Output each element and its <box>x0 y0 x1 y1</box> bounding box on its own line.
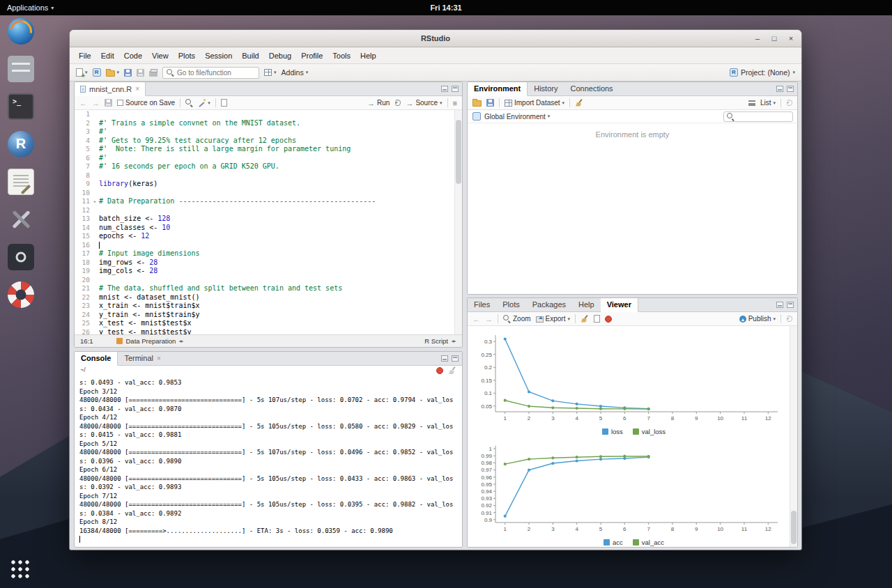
code-line-1[interactable]: 1 <box>75 110 462 119</box>
maximize-pane-icon[interactable] <box>452 355 459 362</box>
goto-file-search[interactable] <box>162 67 259 79</box>
section-navigator[interactable]: Data Preparation <box>116 337 185 345</box>
code-line-7[interactable]: 7#' 16 seconds per epoch on a GRID K520 … <box>75 162 462 171</box>
refresh-icon[interactable] <box>786 316 792 322</box>
gedit-icon[interactable] <box>8 169 34 195</box>
tab-history[interactable]: History <box>528 82 564 95</box>
menu-session[interactable]: Session <box>200 49 237 62</box>
project-selector[interactable]: R Project: (None) ▾ <box>730 68 795 77</box>
refresh-icon[interactable] <box>786 100 792 106</box>
tab-environment[interactable]: Environment <box>468 82 528 96</box>
code-line-3[interactable]: 3#' <box>75 127 462 137</box>
firefox-icon[interactable] <box>8 18 34 45</box>
source-on-save-checkbox[interactable]: Source on Save <box>117 99 175 107</box>
minimize-button[interactable]: – <box>753 34 762 42</box>
stop-icon[interactable] <box>436 367 443 374</box>
new-project-button[interactable]: R <box>93 68 101 77</box>
code-line-24[interactable]: 24y_train <- mnist$train$y <box>75 311 462 320</box>
maximize-button[interactable]: □ <box>769 34 779 42</box>
menu-file[interactable]: File <box>74 49 96 62</box>
help-icon[interactable] <box>8 281 34 308</box>
terminal-icon[interactable] <box>8 93 34 120</box>
tab-connections[interactable]: Connections <box>564 82 619 95</box>
save-workspace-icon[interactable] <box>486 99 494 107</box>
screenshot-icon[interactable] <box>8 244 34 270</box>
compile-report-icon[interactable] <box>221 99 227 107</box>
save-all-icon[interactable] <box>137 69 144 77</box>
goto-file-input[interactable] <box>177 69 255 77</box>
view-in-new-window-icon[interactable] <box>594 315 600 323</box>
working-directory[interactable]: ~/ <box>80 366 86 373</box>
tab-terminal[interactable]: Terminal× <box>118 352 167 365</box>
menu-code[interactable]: Code <box>119 49 147 62</box>
show-apps-button[interactable] <box>10 559 31 580</box>
code-line-12[interactable]: 12 <box>75 206 462 215</box>
environment-search-input[interactable] <box>734 114 790 121</box>
outline-icon[interactable]: ≡ <box>453 99 457 107</box>
menu-profile[interactable]: Profile <box>296 49 328 62</box>
load-workspace-icon[interactable] <box>472 100 482 107</box>
save-icon[interactable] <box>105 99 112 107</box>
code-line-14[interactable]: 14num_classes <- 10 <box>75 224 462 233</box>
code-line-2[interactable]: 2#' Trains a simple convnet on the MNIST… <box>75 119 462 128</box>
back-icon[interactable]: ← <box>79 99 87 107</box>
code-line-13[interactable]: 13batch_size <- 128 <box>75 215 462 224</box>
code-line-25[interactable]: 25x_test <- mnist$test$x <box>75 319 462 328</box>
list-view-dropdown[interactable]: List▾ <box>760 99 776 107</box>
code-line-17[interactable]: 17# Input image dimensions <box>75 249 462 258</box>
code-line-6[interactable]: 6#' <box>75 154 462 163</box>
menu-build[interactable]: Build <box>237 49 263 62</box>
files-icon[interactable] <box>8 56 34 82</box>
code-line-16[interactable]: 16 <box>75 241 462 250</box>
tab-files[interactable]: Files <box>468 298 496 311</box>
editor-code-area[interactable]: 12#' Trains a simple convnet on the MNIS… <box>75 110 462 334</box>
stop-icon[interactable] <box>605 316 612 323</box>
minimize-pane-icon[interactable] <box>441 355 448 362</box>
tab-viewer[interactable]: Viewer <box>601 298 638 312</box>
tools-icon[interactable] <box>8 206 34 233</box>
clear-console-icon[interactable] <box>448 366 456 375</box>
code-line-8[interactable]: 8 <box>75 171 462 180</box>
code-line-11[interactable]: 11▾# Data Preparation ------------------… <box>75 197 462 206</box>
clock[interactable]: Fri 14:31 <box>430 3 461 12</box>
menu-help[interactable]: Help <box>355 49 381 62</box>
open-file-button[interactable]: ▾ <box>106 69 120 77</box>
code-line-26[interactable]: 26y_test <- mnist$test$y <box>75 328 462 335</box>
maximize-pane-icon[interactable] <box>787 86 794 92</box>
menu-plots[interactable]: Plots <box>174 49 200 62</box>
rstudio-icon[interactable] <box>8 131 34 157</box>
forward-icon[interactable]: → <box>485 315 493 323</box>
scope-selector[interactable]: Global Environment▾ <box>484 113 550 121</box>
code-line-4[interactable]: 4#' Gets to 99.25% test accuracy after 1… <box>75 137 462 146</box>
minimize-pane-icon[interactable] <box>776 86 783 92</box>
tab-console[interactable]: Console <box>75 352 118 366</box>
code-line-19[interactable]: 19img_cols <- 28 <box>75 267 462 276</box>
menu-debug[interactable]: Debug <box>264 49 296 62</box>
tab-packages[interactable]: Packages <box>526 298 572 311</box>
close-tab-icon[interactable]: × <box>135 85 139 93</box>
back-icon[interactable]: ← <box>472 315 480 323</box>
import-dataset-button[interactable]: Import Dataset ▾ <box>505 99 564 107</box>
tab-help[interactable]: Help <box>572 298 601 311</box>
viewer-scrollbar[interactable] <box>790 326 797 547</box>
code-line-21[interactable]: 21# The data, shuffled and split between… <box>75 284 462 293</box>
source-button[interactable]: → Source ▾ <box>406 99 442 107</box>
code-line-15[interactable]: 15epochs <- 12 <box>75 232 462 241</box>
menu-edit[interactable]: Edit <box>96 49 119 62</box>
code-line-10[interactable]: 10 <box>75 189 462 198</box>
clear-viewer-icon[interactable] <box>580 315 589 323</box>
code-tools-dropdown[interactable]: ▾ <box>198 99 210 107</box>
code-line-18[interactable]: 18img_rows <- 28 <box>75 258 462 268</box>
applications-menu[interactable]: Applications ▾ <box>0 0 61 15</box>
code-line-9[interactable]: 9library(keras) <box>75 180 462 189</box>
publish-button[interactable]: Publish ▾ <box>739 315 776 323</box>
code-line-22[interactable]: 22mnist <- dataset_mnist() <box>75 293 462 302</box>
console-output[interactable]: s: 0.0493 - val_acc: 0.9853Epoch 3/12480… <box>75 376 462 547</box>
menu-view[interactable]: View <box>147 49 174 62</box>
tab-plots[interactable]: Plots <box>496 298 525 311</box>
rerun-icon[interactable] <box>394 100 401 106</box>
minimize-pane-icon[interactable] <box>776 302 783 308</box>
print-icon[interactable] <box>149 71 157 77</box>
editor-scrollbar[interactable] <box>454 110 462 334</box>
environment-search[interactable] <box>723 111 793 122</box>
